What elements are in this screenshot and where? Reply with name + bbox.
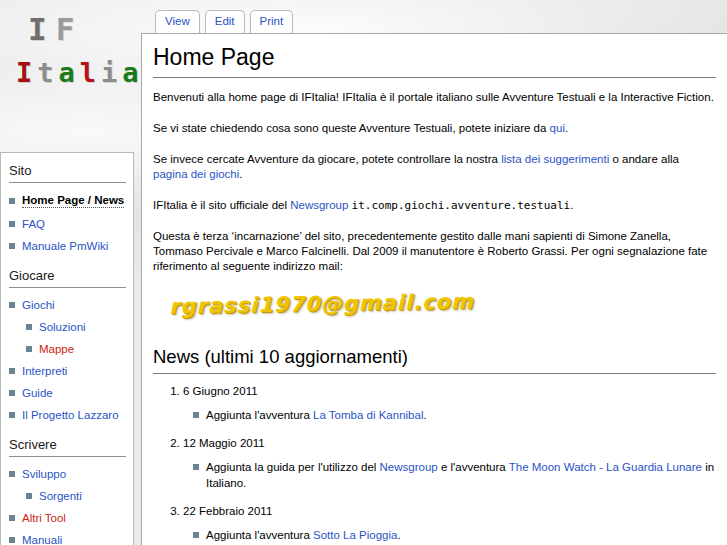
bullet-icon <box>9 515 15 521</box>
sidebar-item: Manuali <box>9 534 126 545</box>
inline-link[interactable]: qui <box>550 122 565 134</box>
sidebar-item-list: GiochiSoluzioniMappeInterpretiGuideIl Pr… <box>9 299 126 421</box>
inline-link[interactable]: pagina dei giochi <box>153 168 239 180</box>
text-span: . <box>570 199 573 211</box>
text-span: e l'avventura <box>438 461 509 473</box>
paragraph: Questa è terza ‘incarnazione’ del sito, … <box>153 229 716 274</box>
logo-letter: F <box>56 11 84 47</box>
sidebar-item-list: SviluppoSorgentiAltri ToolManualiGuideCo… <box>9 468 126 545</box>
text-span: . <box>239 168 242 180</box>
sidebar-item: Giochi <box>9 299 126 311</box>
text-span: Aggiunta la guida per l'utilizzo del <box>206 461 380 473</box>
news-entry-list: Aggiunta l'avventura Sotto La Pioggia. <box>193 527 716 543</box>
news-heading: News (ultimi 10 aggiornamenti) <box>153 346 716 374</box>
text-span: . <box>397 529 400 541</box>
main-content-panel: Home Page Benvenuti alla home page di IF… <box>141 33 727 545</box>
news-entry: Aggiunta l'avventura La Tomba di Kanniba… <box>193 407 716 423</box>
inline-link[interactable]: Newsgroup <box>380 461 438 473</box>
sidebar-link[interactable]: Mappe <box>39 343 74 355</box>
bullet-icon <box>9 302 15 308</box>
sidebar-link[interactable]: Sviluppo <box>22 468 66 480</box>
logo-line-italia: Italia <box>16 59 144 86</box>
text-span: . <box>565 122 568 134</box>
inline-link[interactable]: The Moon Watch - La Guardia Lunare <box>509 461 702 473</box>
sidebar-link[interactable]: Altri Tool <box>22 512 66 524</box>
text-span: . <box>423 409 426 421</box>
sidebar-item: Home Page / News <box>9 194 126 208</box>
news-date: 22 Febbraio 2011 <box>183 504 716 519</box>
news-entry-list: Aggiunta la guida per l'utilizzo del New… <box>193 459 716 491</box>
sidebar-item: Sviluppo <box>9 468 126 480</box>
sidebar-link[interactable]: Giochi <box>22 299 55 311</box>
text-span: Aggiunta l'avventura <box>206 409 313 421</box>
bullet-icon <box>9 198 15 204</box>
sidebar-item-list: Home Page / NewsFAQManuale PmWiki <box>9 194 126 252</box>
news-item: 12 Maggio 2011Aggiunta la guida per l'ut… <box>183 436 716 491</box>
logo-letter: a <box>59 57 80 88</box>
sidebar-item: Soluzioni <box>26 321 126 333</box>
sidebar-item: Mappe <box>26 343 126 355</box>
bullet-icon <box>193 412 199 418</box>
bullet-icon <box>9 390 15 396</box>
page-body: Benvenuti alla home page di IFItalia! IF… <box>153 90 716 545</box>
sidebar-link[interactable]: Manuali <box>22 534 62 545</box>
inline-link[interactable]: La Tomba di Kannibal <box>313 409 423 421</box>
sidebar-link[interactable]: Il Progetto Lazzaro <box>22 409 119 421</box>
sidebar-link[interactable]: Manuale PmWiki <box>22 240 108 252</box>
text-span: Questa è terza ‘incarnazione’ del sito, … <box>153 230 707 272</box>
news-date: 6 Giugno 2011 <box>183 384 716 399</box>
text-span: IFItalia è il sito ufficiale del <box>153 199 290 211</box>
news-list: 6 Giugno 2011Aggiunta l'avventura La Tom… <box>153 384 716 545</box>
sidebar-section-title: Sito <box>9 163 126 183</box>
tab-view[interactable]: View <box>155 10 200 33</box>
tab-print[interactable]: Print <box>250 10 294 33</box>
sidebar-current-page[interactable]: Home Page / News <box>22 194 124 208</box>
bullet-icon <box>26 324 32 330</box>
inline-link[interactable]: Newsgroup <box>290 199 348 211</box>
news-item: 22 Febbraio 2011Aggiunta l'avventura Sot… <box>183 504 716 543</box>
sidebar-link[interactable]: Sorgenti <box>39 490 82 502</box>
email-image: rgrassi1970@gmail.com <box>169 289 474 318</box>
sidebar-link[interactable]: Interpreti <box>22 365 67 377</box>
sidebar-section-title: Giocare <box>9 268 126 288</box>
intro-paragraphs: Benvenuti alla home page di IFItalia! IF… <box>153 90 716 274</box>
sidebar-item: Interpreti <box>9 365 126 377</box>
text-span: o andare alla <box>609 153 679 165</box>
sidebar-section-scrivere: ScrivereSviluppoSorgentiAltri ToolManual… <box>9 437 126 545</box>
sidebar-section-sito: SitoHome Page / NewsFAQManuale PmWiki <box>9 163 126 252</box>
news-date: 12 Maggio 2011 <box>183 436 716 451</box>
news-entry-list: Aggiunta l'avventura La Tomba di Kanniba… <box>193 407 716 423</box>
tab-edit[interactable]: Edit <box>205 10 245 33</box>
bullet-icon <box>9 412 15 418</box>
site-logo: IF Italia <box>16 14 144 86</box>
text-span: Se vi state chiedendo cosa sono queste A… <box>153 122 550 134</box>
paragraph: Se vi state chiedendo cosa sono queste A… <box>153 121 716 136</box>
sidebar-item: Il Progetto Lazzaro <box>9 409 126 421</box>
news-item: 6 Giugno 2011Aggiunta l'avventura La Tom… <box>183 384 716 423</box>
bullet-icon <box>9 471 15 477</box>
sidebar-item: Guide <box>9 387 126 399</box>
inline-link[interactable]: lista dei suggerimenti <box>501 153 609 165</box>
sidebar-link[interactable]: Guide <box>22 387 53 399</box>
logo-line-if: IF <box>28 14 144 45</box>
bullet-icon <box>193 464 199 470</box>
bullet-icon <box>9 368 15 374</box>
bullet-icon <box>193 532 199 538</box>
sidebar-item: Manuale PmWiki <box>9 240 126 252</box>
logo-letter: i <box>101 57 122 88</box>
paragraph: Se invece cercate Avventure da giocare, … <box>153 152 716 182</box>
paragraph: Benvenuti alla home page di IFItalia! IF… <box>153 90 716 105</box>
page-action-tabs: ViewEditPrint <box>155 10 293 33</box>
sidebar-link[interactable]: FAQ <box>22 218 45 230</box>
logo-letter: I <box>16 57 37 88</box>
bullet-icon <box>9 243 15 249</box>
sidebar-section-giocare: GiocareGiochiSoluzioniMappeInterpretiGui… <box>9 268 126 421</box>
logo-letter: I <box>28 11 56 47</box>
sidebar-item: FAQ <box>9 218 126 230</box>
sidebar-item: Sorgenti <box>26 490 126 502</box>
news-entry: Aggiunta l'avventura Sotto La Pioggia. <box>193 527 716 543</box>
page-title: Home Page <box>153 44 716 78</box>
sidebar-link[interactable]: Soluzioni <box>39 321 86 333</box>
bullet-icon <box>26 493 32 499</box>
inline-link[interactable]: Sotto La Pioggia <box>313 529 397 541</box>
